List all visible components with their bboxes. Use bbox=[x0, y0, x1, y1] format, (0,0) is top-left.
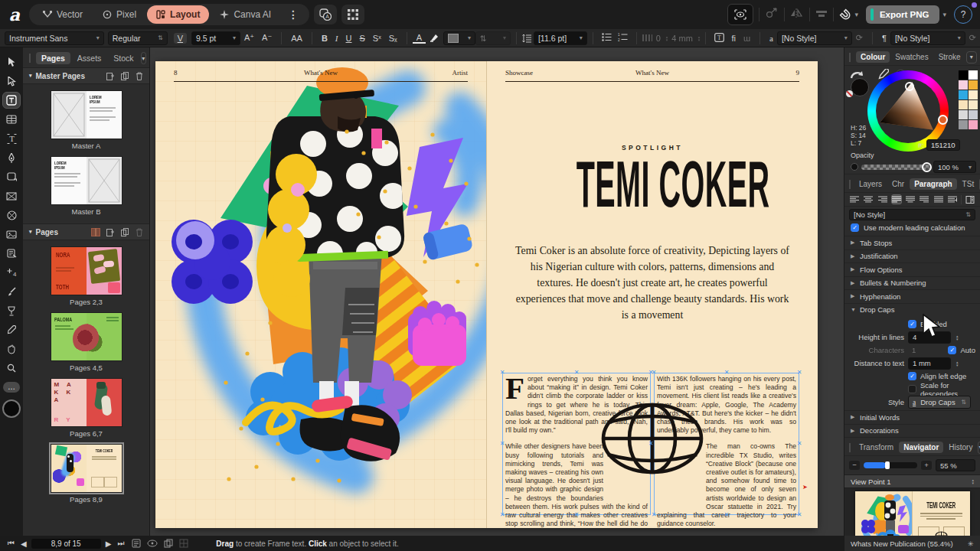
data-merge-tool[interactable] bbox=[2, 245, 21, 262]
opacity-slider[interactable] bbox=[861, 165, 930, 170]
tab-layers[interactable]: Layers bbox=[854, 178, 887, 190]
grid-view-icon[interactable] bbox=[179, 539, 188, 548]
frame-text-tool[interactable] bbox=[2, 92, 21, 109]
paragraph-style-select[interactable]: [No Style]▾ bbox=[890, 31, 965, 45]
duplicate-view-icon[interactable] bbox=[164, 539, 173, 548]
hsl-triangle[interactable] bbox=[876, 79, 940, 143]
section-decorations[interactable]: ▶Decorations bbox=[844, 424, 980, 439]
swatch[interactable] bbox=[959, 120, 968, 129]
globe-icon[interactable] bbox=[600, 401, 704, 476]
section-hyphenation[interactable]: ▶Hyphenation bbox=[844, 289, 980, 303]
dropcap-style-select[interactable]: aDrop Caps⇅ bbox=[908, 396, 971, 409]
hex-value-field[interactable]: 151210 bbox=[926, 139, 960, 151]
vector-brush-tool[interactable] bbox=[2, 283, 21, 300]
decrease-size-button[interactable]: A⁻ bbox=[258, 33, 276, 43]
frame-handle[interactable]: ✕ bbox=[724, 370, 730, 376]
justify-right-button[interactable] bbox=[919, 194, 929, 204]
colour-picker-tool[interactable] bbox=[2, 321, 21, 338]
master-pages-header[interactable]: ▾ Master Pages bbox=[23, 67, 149, 84]
artistic-text-tool[interactable]: T bbox=[2, 130, 21, 147]
zoom-slider-knob[interactable] bbox=[885, 461, 890, 469]
translate-button[interactable]: A bbox=[314, 5, 337, 24]
no-colour-chip[interactable] bbox=[846, 90, 853, 97]
tab-paragraph[interactable]: Paragraph bbox=[910, 178, 956, 190]
add-master-icon[interactable] bbox=[106, 72, 115, 80]
zoom-out-button[interactable]: − bbox=[849, 461, 860, 470]
swatch[interactable] bbox=[969, 90, 978, 99]
delete-master-icon[interactable] bbox=[136, 72, 143, 80]
subscript-button[interactable]: Sₓ bbox=[385, 34, 401, 43]
font-size-select[interactable]: 9.5 pt▾ bbox=[191, 31, 240, 45]
add-page-icon[interactable] bbox=[106, 228, 115, 236]
frame-handle[interactable]: ✕ bbox=[499, 441, 505, 447]
frame-handle[interactable]: ✕ bbox=[724, 512, 730, 518]
frame-handle[interactable]: ✕ bbox=[651, 512, 657, 518]
align-center-button[interactable] bbox=[863, 194, 874, 204]
justify-center-button[interactable] bbox=[905, 194, 916, 204]
studio-grid-button[interactable] bbox=[341, 5, 364, 24]
align-indent-button[interactable] bbox=[947, 194, 958, 204]
pages-8-9-item[interactable]: TEMI COKER Pages 8,9 bbox=[23, 445, 149, 504]
justify-left-button[interactable] bbox=[891, 194, 902, 204]
character-style-select[interactable]: [No Style]▾ bbox=[777, 31, 852, 45]
swatch[interactable] bbox=[969, 110, 978, 119]
export-png-button[interactable]: Export PNG bbox=[866, 5, 940, 24]
prev-page-button[interactable]: ◀ bbox=[21, 540, 27, 548]
frame-handle[interactable]: ✕ bbox=[796, 512, 802, 518]
superscript-button[interactable]: Sˣ bbox=[369, 34, 385, 43]
zoom-tool[interactable] bbox=[2, 360, 21, 377]
scale-descenders-checkbox[interactable] bbox=[908, 385, 916, 393]
pages-2-3-item[interactable]: NORA TOTH Pages 2,3 bbox=[23, 247, 149, 306]
highlight-button[interactable] bbox=[426, 33, 443, 44]
master-a-item[interactable]: LOREM IPSUM Master A bbox=[23, 91, 149, 150]
ligatures-button[interactable]: fi bbox=[727, 34, 740, 43]
swatch[interactable] bbox=[969, 100, 978, 109]
tab-stock[interactable]: Stock bbox=[108, 52, 139, 64]
increase-size-button[interactable]: A⁺ bbox=[240, 33, 258, 43]
typography-button[interactable]: V bbox=[174, 33, 187, 44]
export-chevron-icon[interactable]: ▾ bbox=[942, 11, 946, 18]
tab-colour[interactable]: Colour bbox=[856, 51, 890, 63]
frame-handle[interactable]: ✕ bbox=[651, 370, 657, 376]
baseline-select[interactable]: ⇅▾ bbox=[475, 31, 511, 45]
view-point-bar[interactable]: View Point 1 ▴▾ bbox=[844, 474, 980, 488]
underline-button[interactable]: U bbox=[342, 34, 356, 43]
swatch[interactable] bbox=[959, 80, 968, 90]
section-bullets-numbering[interactable]: ▶Bullets & Numbering bbox=[844, 276, 980, 290]
shape-tool[interactable] bbox=[2, 168, 21, 185]
column-gutter[interactable]: 4 mm bbox=[668, 34, 697, 43]
character-style-reset-icon[interactable]: ⟳ bbox=[852, 33, 867, 43]
frame-handle[interactable]: ✕ bbox=[499, 512, 505, 518]
active-colour-chip[interactable] bbox=[851, 78, 869, 96]
master-b-item[interactable]: LOREM IPSUM Master B bbox=[23, 157, 149, 216]
persona-layout[interactable]: Layout bbox=[147, 5, 209, 24]
glyph-browser-button[interactable]: ɯ bbox=[740, 34, 754, 43]
swatch[interactable] bbox=[969, 120, 978, 129]
font-style-select[interactable]: Regular⇅ bbox=[108, 31, 168, 45]
leading-select[interactable]: [11.6 pt]▾ bbox=[534, 31, 587, 45]
colour-panel-collapse[interactable]: ▾ bbox=[966, 51, 977, 64]
swatch[interactable] bbox=[959, 90, 968, 99]
more-tools-button[interactable]: … bbox=[3, 382, 20, 393]
tab-transform[interactable]: Transform bbox=[854, 442, 898, 453]
align-right-button[interactable] bbox=[877, 194, 887, 204]
align-left-edge-checkbox[interactable]: ✓ bbox=[908, 372, 916, 380]
bullet-list-button[interactable] bbox=[599, 33, 615, 43]
pages-4-5-item[interactable]: PALOMA Pages 4,5 bbox=[23, 313, 149, 372]
dropcap-auto-checkbox[interactable]: ✓ bbox=[948, 346, 956, 354]
opacity-value-select[interactable]: 100 %▾ bbox=[933, 161, 976, 173]
swatch[interactable] bbox=[969, 70, 978, 80]
frame-handle[interactable]: ✕ bbox=[796, 441, 802, 447]
font-family-select[interactable]: Instrument Sans▾ bbox=[5, 31, 104, 45]
tab-pages[interactable]: Pages bbox=[36, 52, 70, 64]
swatch[interactable] bbox=[959, 100, 968, 109]
tab-history[interactable]: History bbox=[944, 442, 977, 453]
hue-selector[interactable] bbox=[938, 115, 948, 125]
section-initial-words[interactable]: ▶Initial Words bbox=[844, 410, 980, 424]
fill-swatch-select[interactable]: ▾ bbox=[443, 31, 475, 45]
current-colour-well[interactable] bbox=[2, 399, 21, 418]
numbered-list-button[interactable]: 12 bbox=[615, 33, 631, 43]
text-frame-button[interactable]: T bbox=[711, 33, 727, 44]
help-button[interactable]: ? bbox=[954, 5, 972, 24]
tab-text-styles[interactable]: TSt bbox=[958, 178, 979, 190]
